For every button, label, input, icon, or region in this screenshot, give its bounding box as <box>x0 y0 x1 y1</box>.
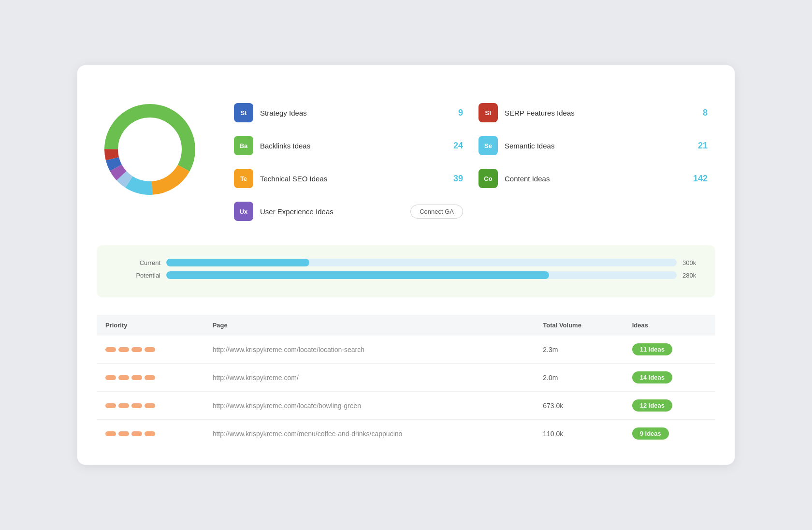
cell-ideas: 11 Ideas <box>624 336 715 364</box>
table-row: http://www.krispykreme.com/2.0m14 Ideas <box>97 364 715 392</box>
priority-dots <box>105 347 195 352</box>
bar-fill-current <box>166 259 309 266</box>
idea-row-ux: Ux User Experience Ideas Connect GA <box>226 195 471 228</box>
priority-dot <box>105 431 116 436</box>
traffic-box: Current 300k Potential 280k <box>97 245 715 297</box>
cell-ideas: 12 Ideas <box>624 392 715 420</box>
count-semantic: 21 <box>692 141 708 151</box>
col-header-ideas: Ideas <box>624 315 715 336</box>
traffic-bar-current: Current 300k <box>131 259 700 266</box>
main-card: St Strategy Ideas 9 Sf SERP Features Ide… <box>77 65 735 465</box>
idea-row-technical: Te Technical SEO Ideas 39 <box>226 162 471 195</box>
idea-row-semantic: Se Semantic Ideas 21 <box>471 129 715 162</box>
cell-priority <box>97 392 204 420</box>
col-header-page: Page <box>204 315 535 336</box>
cell-priority <box>97 336 204 364</box>
bar-value-current: 300k <box>682 259 700 266</box>
cell-page: http://www.krispykreme.com/locate/bowlin… <box>204 392 535 420</box>
table-row: http://www.krispykreme.com/menu/coffee-a… <box>97 420 715 448</box>
connect-ga-button[interactable]: Connect GA <box>410 205 463 219</box>
badge-content: Co <box>478 169 498 188</box>
cell-page: http://www.krispykreme.com/locate/locati… <box>204 336 535 364</box>
priority-dot <box>131 431 142 436</box>
ideas-badge[interactable]: 14 Ideas <box>632 371 672 383</box>
label-technical: Technical SEO Ideas <box>260 175 441 183</box>
ideas-grid: St Strategy Ideas 9 Sf SERP Features Ide… <box>226 96 715 228</box>
label-semantic: Semantic Ideas <box>505 142 685 150</box>
priority-dot <box>145 375 155 380</box>
ideas-badge[interactable]: 11 Ideas <box>632 343 672 355</box>
cell-volume: 2.0m <box>534 364 623 392</box>
cell-ideas: 9 Ideas <box>624 420 715 448</box>
priority-dot <box>118 431 129 436</box>
priority-dot <box>105 403 116 408</box>
priority-dots <box>105 431 195 436</box>
priority-dot <box>105 375 116 380</box>
cell-volume: 2.3m <box>534 336 623 364</box>
bar-fill-potential <box>166 271 549 279</box>
bar-track-potential <box>166 271 677 279</box>
ideas-table: Priority Page Total Volume Ideas http://… <box>97 315 715 447</box>
priority-dot <box>131 347 142 352</box>
idea-row-backlinks: Ba Backlinks Ideas 24 <box>226 129 471 162</box>
count-content: 142 <box>692 174 708 184</box>
cell-ideas: 14 Ideas <box>624 364 715 392</box>
cell-volume: 673.0k <box>534 392 623 420</box>
table-row: http://www.krispykreme.com/locate/locati… <box>97 336 715 364</box>
table-header-row: Priority Page Total Volume Ideas <box>97 315 715 336</box>
badge-backlinks: Ba <box>234 136 253 155</box>
count-backlinks: 24 <box>448 141 463 151</box>
traffic-right: Current 300k Potential 280k <box>131 259 700 284</box>
badge-strategy: St <box>234 103 253 122</box>
priority-dots <box>105 375 195 380</box>
label-strategy: Strategy Ideas <box>260 109 441 117</box>
bar-label-potential: Potential <box>131 272 160 279</box>
cell-priority <box>97 420 204 448</box>
badge-semantic: Se <box>478 136 498 155</box>
badge-serp: Sf <box>478 103 498 122</box>
cell-volume: 110.0k <box>534 420 623 448</box>
cell-page: http://www.krispykreme.com/ <box>204 364 535 392</box>
badge-technical: Te <box>234 169 253 188</box>
traffic-bar-potential: Potential 280k <box>131 271 700 279</box>
priority-dot <box>105 347 116 352</box>
badge-ux: Ux <box>234 202 253 221</box>
cell-page: http://www.krispykreme.com/menu/coffee-a… <box>204 420 535 448</box>
priority-dot <box>145 347 155 352</box>
cell-priority <box>97 364 204 392</box>
priority-dot <box>145 431 155 436</box>
ideas-badge[interactable]: 9 Ideas <box>632 427 669 440</box>
bar-track-current <box>166 259 677 266</box>
count-technical: 39 <box>448 174 463 184</box>
bar-value-potential: 280k <box>682 272 700 279</box>
priority-dot <box>131 403 142 408</box>
label-ux: User Experience Ideas <box>260 207 404 216</box>
ideas-badge[interactable]: 12 Ideas <box>632 399 672 412</box>
idea-row-strategy: St Strategy Ideas 9 <box>226 96 471 129</box>
top-area: St Strategy Ideas 9 Sf SERP Features Ide… <box>97 96 715 228</box>
col-header-volume: Total Volume <box>534 315 623 336</box>
count-serp: 8 <box>692 108 708 118</box>
idea-row-content: Co Content Ideas 142 <box>471 162 715 195</box>
label-content: Content Ideas <box>505 175 685 183</box>
priority-dot <box>118 347 129 352</box>
priority-dots <box>105 403 195 408</box>
label-serp: SERP Features Ideas <box>505 109 685 117</box>
donut-chart <box>97 96 203 203</box>
label-backlinks: Backlinks Ideas <box>260 142 441 150</box>
col-header-priority: Priority <box>97 315 204 336</box>
bar-label-current: Current <box>131 259 160 266</box>
priority-dot <box>131 375 142 380</box>
table-row: http://www.krispykreme.com/locate/bowlin… <box>97 392 715 420</box>
priority-dot <box>145 403 155 408</box>
priority-dot <box>118 403 129 408</box>
idea-row-serp: Sf SERP Features Ideas 8 <box>471 96 715 129</box>
priority-dot <box>118 375 129 380</box>
count-strategy: 9 <box>448 108 463 118</box>
